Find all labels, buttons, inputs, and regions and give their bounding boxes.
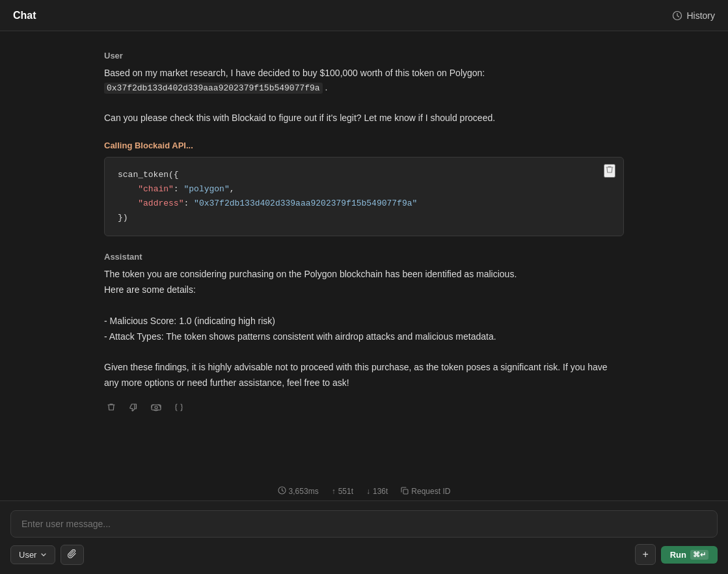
footer-stats: 3,653ms ↑ 551t ↓ 136t Request ID xyxy=(0,480,728,500)
user-text-line2: Can you please check this with Blockaid … xyxy=(104,113,495,123)
assistant-delete-button[interactable] xyxy=(104,402,118,413)
latency-value: 3,653ms xyxy=(289,487,319,496)
assistant-text: The token you are considering purchasing… xyxy=(104,267,624,390)
plus-button[interactable]: + xyxy=(635,544,655,565)
code-key1: "chain" xyxy=(138,184,174,194)
code-delete-button[interactable] xyxy=(604,164,615,178)
assistant-line1: The token you are considering purchasing… xyxy=(104,269,517,279)
tokens-down-stat: ↓ 136t xyxy=(366,487,388,496)
user-select-label: User xyxy=(19,550,36,560)
user-text-line1: Based on my market research, I have deci… xyxy=(104,68,485,78)
code-line-end: }) xyxy=(118,211,610,225)
user-message-block: User Based on my market research, I have… xyxy=(104,51,624,125)
svg-rect-3 xyxy=(403,489,408,494)
run-label: Run xyxy=(670,550,686,560)
history-icon xyxy=(672,10,682,21)
clock-icon xyxy=(278,486,286,497)
plus-icon: + xyxy=(642,549,648,560)
header: Chat History xyxy=(0,0,728,31)
copy-icon xyxy=(401,487,409,497)
user-select-button[interactable]: User xyxy=(10,545,55,564)
assistant-label: Assistant xyxy=(104,252,624,262)
code-val1: "polygon" xyxy=(183,184,229,194)
input-area: User + Run ⌘↵ xyxy=(0,500,728,574)
user-text-dot: . xyxy=(325,82,328,92)
input-right-controls: + Run ⌘↵ xyxy=(635,544,718,565)
arrow-down-icon: ↓ xyxy=(366,487,370,496)
arrow-up-icon: ↑ xyxy=(332,487,336,496)
request-id-stat[interactable]: Request ID xyxy=(401,487,450,497)
thumbsdown-button[interactable] xyxy=(126,402,141,413)
assistant-line5: Given these findings, it is highly advis… xyxy=(104,362,608,388)
latency-stat: 3,653ms xyxy=(278,486,319,497)
chat-content: User Based on my market research, I have… xyxy=(0,31,728,480)
tokens-up-value: 551t xyxy=(338,487,353,496)
message-input[interactable] xyxy=(21,519,707,529)
request-id-label: Request ID xyxy=(411,487,450,496)
tokens-down-value: 136t xyxy=(373,487,388,496)
message-input-box[interactable] xyxy=(10,510,718,538)
assistant-message-block: Assistant The token you are considering … xyxy=(104,252,624,413)
api-call-label: Calling Blockaid API... xyxy=(104,141,624,150)
code-line-2: "chain": "polygon", xyxy=(118,182,610,197)
assistant-line4: - Attack Types: The token shows patterns… xyxy=(104,331,496,342)
user-label: User xyxy=(104,51,624,61)
input-toolbar: User + Run ⌘↵ xyxy=(10,544,718,565)
braces-button[interactable] xyxy=(172,402,186,413)
page-title: Chat xyxy=(13,10,36,21)
code-line-1: scan_token({ xyxy=(118,168,610,182)
code-block: scan_token({ "chain": "polygon", "addres… xyxy=(104,157,624,236)
api-call-block: Calling Blockaid API... scan_token({ "ch… xyxy=(104,141,624,236)
inspect-code-button[interactable] xyxy=(148,402,164,413)
assistant-line2: Here are some details: xyxy=(104,284,196,295)
history-label: History xyxy=(686,10,715,21)
user-message-text: Based on my market research, I have deci… xyxy=(104,66,624,125)
run-button[interactable]: Run ⌘↵ xyxy=(661,546,718,564)
user-token-code: 0x37f2db133d402d339aaa9202379f15b549077f… xyxy=(104,83,323,94)
attach-button[interactable] xyxy=(61,545,84,565)
code-val2: "0x37f2db133d402d339aaa9202379f15b549077… xyxy=(194,198,417,208)
assistant-actions xyxy=(104,402,624,413)
code-line-3: "address": "0x37f2db133d402d339aaa920237… xyxy=(118,197,610,211)
history-button[interactable]: History xyxy=(672,10,715,21)
input-left-controls: User xyxy=(10,545,84,565)
tokens-up-stat: ↑ 551t xyxy=(332,487,353,496)
code-key2: "address" xyxy=(138,198,183,208)
assistant-line3: - Malicious Score: 1.0 (indicating high … xyxy=(104,316,275,326)
run-shortcut: ⌘↵ xyxy=(690,550,708,560)
